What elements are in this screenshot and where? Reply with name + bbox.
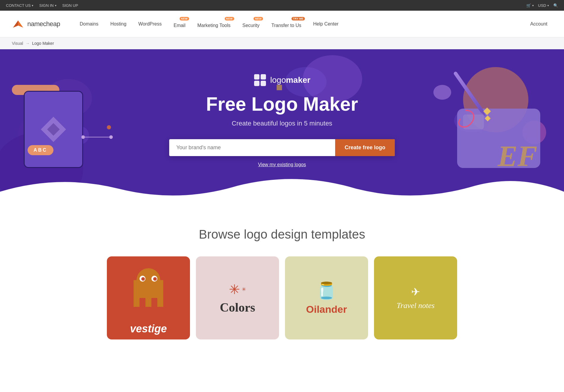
- templates-grid: vestige ✳ ✳ Colors 🫙 Oilander ✈ Travel: [12, 256, 552, 339]
- line-decoration: [80, 131, 116, 144]
- oilander-content: 🫙 Oilander: [306, 256, 347, 339]
- nav-account[interactable]: Account: [525, 19, 552, 29]
- security-new-badge: NEW: [254, 17, 263, 20]
- nav-email[interactable]: NEW Email: [169, 18, 190, 31]
- template-card-vestige[interactable]: vestige: [107, 256, 190, 339]
- hero-content: logomaker Free Logo Maker Create beautif…: [169, 74, 395, 167]
- templates-section: Browse logo design templates vestige: [0, 204, 564, 357]
- svg-rect-14: [141, 277, 145, 281]
- top-bar-left: CONTACT US ▾ SIGN IN ▾ SIGN UP: [6, 3, 78, 8]
- logomaker-text: logomaker: [270, 75, 310, 85]
- currency-dropdown-arrow: ▾: [547, 4, 549, 7]
- svg-rect-11: [157, 298, 163, 307]
- templates-section-title: Browse logo design templates: [12, 227, 552, 242]
- breadcrumb: Visual → Logo Maker: [0, 37, 564, 49]
- cart-dropdown-arrow: ▾: [532, 4, 534, 7]
- nav-wordpress[interactable]: WordPress: [134, 19, 167, 29]
- svg-point-0: [81, 135, 85, 139]
- email-new-badge: NEW: [180, 17, 189, 20]
- brand-name-input[interactable]: [169, 139, 335, 156]
- currency-selector[interactable]: USD ▾: [538, 3, 549, 8]
- vestige-label: vestige: [130, 323, 167, 335]
- nav-domains[interactable]: Domains: [75, 19, 103, 29]
- cart-button[interactable]: 🛒 ▾: [526, 3, 534, 8]
- nav-help[interactable]: Help Center: [308, 19, 343, 29]
- logo-icon: [12, 20, 24, 28]
- hero-wave: [0, 168, 564, 204]
- colors-splat-group: ✳ ✳: [229, 282, 246, 297]
- travel-content: ✈ Travel notes: [397, 256, 435, 339]
- nav-hosting[interactable]: Hosting: [106, 19, 131, 29]
- sign-in-button[interactable]: SIGN IN ▾: [39, 3, 56, 8]
- logo-link[interactable]: namecheap: [12, 20, 60, 28]
- nav-items: Domains Hosting WordPress NEW Email NEW …: [75, 18, 552, 31]
- contact-dropdown-arrow: ▾: [32, 4, 33, 7]
- colors-title: Colors: [220, 300, 255, 315]
- blob-right-4: [433, 85, 451, 100]
- device-illustration: ABC: [12, 79, 89, 174]
- breadcrumb-current: Logo Maker: [32, 41, 54, 46]
- svg-rect-5: [254, 81, 259, 86]
- search-icon[interactable]: 🔍: [553, 3, 558, 8]
- colors-content: ✳ ✳ Colors: [220, 256, 255, 339]
- svg-rect-3: [254, 74, 259, 80]
- template-card-oilander[interactable]: 🫙 Oilander: [285, 256, 368, 339]
- dot-deco-2: [107, 125, 111, 129]
- device-screen: [25, 92, 82, 167]
- view-existing-logos-link[interactable]: View my existing logos: [258, 162, 306, 167]
- oil-can-icon: 🫙: [316, 281, 337, 301]
- ghost-pixel-art: [125, 262, 172, 310]
- create-logo-button[interactable]: Create free logo: [335, 139, 395, 156]
- template-card-colors[interactable]: ✳ ✳ Colors: [196, 256, 279, 339]
- navbar: namecheap Domains Hosting WordPress NEW …: [0, 11, 564, 37]
- template-card-travel[interactable]: ✈ Travel notes: [374, 256, 457, 339]
- signin-dropdown-arrow: ▾: [55, 4, 56, 7]
- device-frame: ABC: [24, 91, 83, 168]
- top-bar: CONTACT US ▾ SIGN IN ▾ SIGN UP 🛒 ▾ USD ▾…: [0, 0, 564, 11]
- logomaker-brand: logomaker: [169, 74, 395, 87]
- contact-us-button[interactable]: CONTACT US ▾: [6, 3, 33, 8]
- travel-title: Travel notes: [397, 301, 435, 310]
- diamond-decorations: [484, 109, 490, 120]
- nav-marketing[interactable]: NEW Marketing Tools: [193, 18, 235, 31]
- cart-icon: 🛒: [526, 3, 531, 8]
- logo-text: namecheap: [27, 20, 60, 28]
- top-bar-right: 🛒 ▾ USD ▾ 🔍: [526, 3, 558, 8]
- nav-transfer[interactable]: TRY ME Transfer to Us: [267, 18, 306, 31]
- breadcrumb-parent[interactable]: Visual: [12, 41, 23, 46]
- svg-rect-4: [261, 74, 266, 80]
- svg-rect-10: [145, 298, 151, 307]
- transfer-tryme-badge: TRY ME: [291, 17, 305, 20]
- search-bar: Create free logo: [169, 139, 395, 156]
- svg-rect-9: [134, 298, 140, 307]
- nav-security[interactable]: NEW Security: [238, 18, 264, 31]
- curl-decoration: [454, 107, 478, 132]
- splat-icon: ✳: [229, 282, 240, 297]
- plane-icon: ✈: [411, 286, 420, 298]
- hero-section: ABC EF: [0, 49, 564, 204]
- small-splat-icon: ✳: [242, 286, 246, 293]
- abc-pill: ABC: [28, 145, 53, 155]
- logomaker-icon: [254, 74, 267, 87]
- sign-up-button[interactable]: SIGN UP: [62, 3, 78, 8]
- svg-rect-15: [153, 277, 157, 281]
- breadcrumb-arrow: →: [26, 41, 30, 46]
- hero-title: Free Logo Maker: [169, 94, 395, 115]
- marketing-new-badge: NEW: [225, 17, 234, 20]
- svg-rect-6: [261, 81, 266, 86]
- oilander-title: Oilander: [306, 304, 347, 315]
- card-ef-text: EF: [498, 141, 537, 168]
- svg-point-2: [109, 135, 113, 139]
- hero-subtitle: Create beautiful logos in 5 minutes: [169, 120, 395, 127]
- svg-rect-8: [134, 280, 163, 298]
